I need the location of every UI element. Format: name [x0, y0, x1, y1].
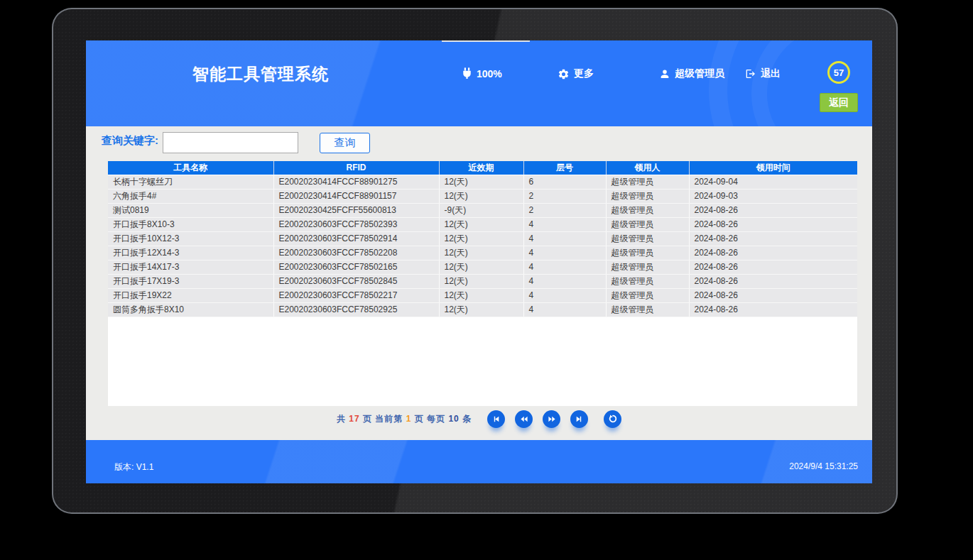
pagination-total-label: 共 [337, 414, 346, 424]
tablet-device-frame: 智能工具管理系统 100% [53, 9, 896, 512]
table-cell: 4 [523, 288, 606, 302]
table-cell: E20020230603FCCF78502165 [273, 260, 439, 274]
table-row[interactable]: 长柄十字螺丝刀E20020230414FCCF8890127512(天)6超级管… [108, 175, 857, 189]
table-cell: 超级管理员 [606, 203, 689, 217]
table-cell: 12(天) [439, 189, 523, 203]
datetime-label: 2024/9/4 15:31:25 [789, 461, 858, 471]
table-cell: 4 [523, 246, 606, 260]
table-cell: 超级管理员 [606, 260, 689, 274]
column-header-expiry: 近效期 [439, 161, 523, 175]
table-row[interactable]: 圆筒多角扳手8X10E20020230603FCCF7850292512(天)4… [108, 302, 857, 317]
search-row: 查询关键字: 查询 [86, 126, 872, 161]
first-page-icon [491, 414, 501, 424]
table-cell: 2024-08-26 [689, 246, 857, 260]
last-page-button[interactable] [570, 410, 588, 428]
first-page-button[interactable] [487, 410, 505, 428]
current-user[interactable]: 超级管理员 [659, 67, 724, 80]
next-page-icon [547, 414, 557, 424]
table-row[interactable]: 开口扳手8X10-3E20020230603FCCF7850239312(天)4… [108, 217, 857, 231]
screen-notch-line [442, 40, 530, 42]
table-cell: 2024-08-26 [689, 288, 857, 302]
pagination-per-page: 10 [448, 414, 459, 424]
table-cell: 超级管理员 [606, 288, 689, 302]
table-cell: E20020230603FCCF78502925 [273, 302, 439, 317]
table-cell: 开口扳手8X10-3 [108, 217, 273, 231]
table-cell: 开口扳手19X22 [108, 288, 273, 302]
table-cell: 4 [523, 217, 606, 231]
table-cell: 2024-08-26 [689, 231, 857, 246]
table-cell: 6 [523, 175, 606, 189]
next-page-button[interactable] [543, 410, 560, 428]
pagination-current-label: 当前第 [375, 414, 403, 424]
pagination-bar: 共 17 页 当前第 1 页 每页 10 条 [86, 407, 872, 431]
table-cell: E20020230414FCCF88901157 [273, 189, 439, 203]
table-cell: E20020230414FCCF88901275 [273, 175, 439, 189]
table-cell: E20020230603FCCF78502393 [273, 217, 439, 231]
table-cell: 2 [523, 203, 606, 217]
table-cell: 12(天) [439, 231, 523, 246]
table-cell: 超级管理员 [606, 217, 689, 231]
column-header-rfid: RFID [273, 161, 439, 175]
table-body: 长柄十字螺丝刀E20020230414FCCF8890127512(天)6超级管… [108, 175, 857, 317]
table-cell: 2 [523, 189, 606, 203]
count-badge[interactable]: 57 [827, 61, 850, 84]
table-row[interactable]: 测试0819E20020230425FCFF55600813-9(天)2超级管理… [108, 203, 857, 217]
back-button[interactable]: 返回 [820, 93, 858, 112]
last-page-icon [575, 414, 584, 424]
table-cell: 2024-08-26 [689, 260, 857, 274]
table-cell: 12(天) [439, 246, 523, 260]
table-cell: 2024-08-26 [689, 302, 857, 317]
refresh-button[interactable] [604, 410, 621, 428]
pagination-total-pages: 17 [349, 414, 359, 424]
app-screen: 智能工具管理系统 100% [86, 40, 872, 483]
table-cell: 超级管理员 [606, 189, 689, 203]
user-label: 超级管理员 [675, 67, 724, 80]
table-cell: 开口扳手17X19-3 [108, 274, 273, 288]
table-cell: 开口扳手10X12-3 [108, 231, 273, 246]
prev-page-icon [519, 414, 529, 424]
search-button[interactable]: 查询 [320, 133, 370, 153]
table-cell: 超级管理员 [606, 175, 689, 189]
table-cell: 测试0819 [108, 203, 273, 217]
count-badge-value: 57 [834, 67, 844, 78]
table-cell: E20020230425FCFF55600813 [273, 203, 439, 217]
pagination-current-page: 1 [406, 414, 412, 424]
table-cell: 超级管理员 [606, 246, 689, 260]
table-row[interactable]: 开口扳手14X17-3E20020230603FCCF7850216512(天)… [108, 260, 857, 274]
table-cell: 4 [523, 274, 606, 288]
logout-button[interactable]: 退出 [745, 67, 781, 80]
table-row[interactable]: 开口扳手17X19-3E20020230603FCCF7850284512(天)… [108, 274, 857, 288]
table-row[interactable]: 开口扳手10X12-3E20020230603FCCF7850291412(天)… [108, 231, 857, 246]
back-button-label: 返回 [829, 97, 849, 109]
more-menu[interactable]: 更多 [558, 67, 594, 80]
table-cell: 12(天) [439, 288, 523, 302]
table-cell: 12(天) [439, 274, 523, 288]
column-header-tool-name: 工具名称 [108, 161, 273, 175]
table-cell: 超级管理员 [606, 274, 689, 288]
table-cell: 六角扳手4# [108, 189, 273, 203]
search-keyword-input[interactable] [163, 132, 298, 153]
battery-status: 100% [462, 67, 502, 79]
table-cell: 12(天) [439, 175, 523, 189]
column-header-layer: 层号 [523, 161, 606, 175]
table-cell: -9(天) [439, 203, 523, 217]
table-row[interactable]: 开口扳手12X14-3E20020230603FCCF7850220812(天)… [108, 246, 857, 260]
table-row[interactable]: 开口扳手19X22E20020230603FCCF7850221712(天)4超… [108, 288, 857, 302]
app-title: 智能工具管理系统 [192, 63, 329, 85]
stage: 智能工具管理系统 100% [0, 0, 973, 560]
prev-page-button[interactable] [515, 410, 533, 428]
battery-level-label: 100% [477, 68, 502, 79]
table-cell: 12(天) [439, 302, 523, 317]
app-footer: 版本: V1.1 2024/9/4 15:31:25 [86, 440, 872, 483]
table-cell: 开口扳手14X17-3 [108, 260, 273, 274]
header-decor-circle [709, 40, 872, 126]
table-cell: 2024-08-26 [689, 274, 857, 288]
pagination-total-unit: 页 [363, 414, 372, 424]
column-header-borrow-time: 领用时间 [689, 161, 857, 175]
app-header: 智能工具管理系统 100% [86, 40, 872, 126]
table-cell: 12(天) [439, 260, 523, 274]
user-icon [659, 68, 670, 79]
table-cell: 4 [523, 231, 606, 246]
table-row[interactable]: 六角扳手4#E20020230414FCCF8890115712(天)2超级管理… [108, 189, 857, 203]
more-label: 更多 [574, 67, 594, 80]
